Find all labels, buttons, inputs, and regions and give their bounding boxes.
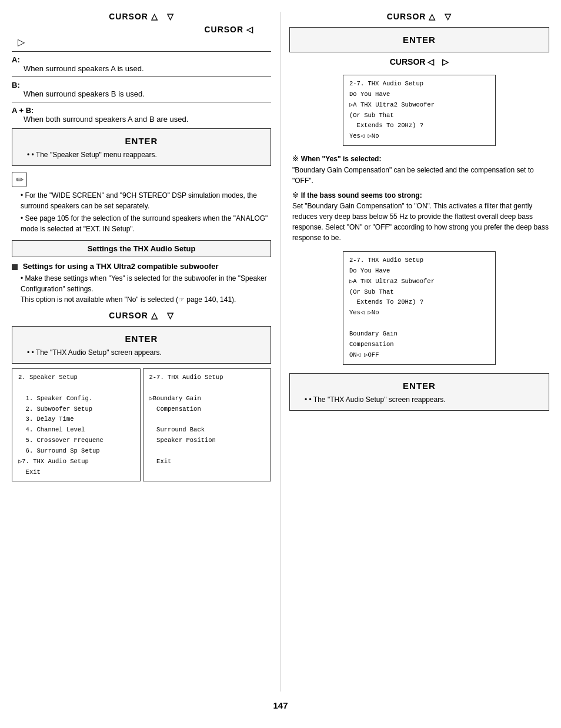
square-bullet-icon: [12, 264, 18, 270]
r-screen2-l8: Boundary Gain: [349, 329, 489, 340]
screen1-line-10: Exit: [18, 467, 134, 478]
screen-speaker-setup: 2. Speaker Setup 1. Speaker Config. 2. S…: [12, 368, 141, 481]
screen-right-2: 2-7. THX Audio Setup Do You Have ▷A THX …: [343, 251, 496, 364]
screen2-line-9: Exit: [149, 457, 265, 467]
enter-right-top: ENTER: [296, 35, 543, 45]
screen1-line-7: 5. Crossover Frequenc: [18, 436, 134, 446]
note-bullet-2: See page 105 for the selection of the su…: [21, 213, 271, 234]
screen-right-1-container: 2-7. THX Audio Setup Do You Have ▷A THX …: [289, 71, 549, 149]
divider-ab: [12, 102, 271, 102]
cursor-bottom-label: CURSOR △ ▽: [12, 311, 271, 321]
settings-thx-title: Settings the THX Audio Setup: [18, 244, 265, 253]
screen2-line-1: 2-7. THX Audio Setup: [149, 373, 265, 383]
enter-right-bottom-note: • The "THX Audio Setup" screen reappears…: [305, 394, 543, 405]
r-screen2-l10: ON◁ ▷OFF: [349, 350, 489, 361]
cursor-top-right: CURSOR △ ▽: [289, 12, 549, 22]
page-number: 147: [12, 700, 549, 716]
r-screen1-l3: ▷A THX Ultra2 Subwoofer: [349, 100, 489, 111]
note-block: ✏ For the "WIDE SCREEN" and "9CH STEREO"…: [12, 172, 271, 234]
enter-top-label: ENTER: [18, 136, 265, 146]
when-yes-item: When "Yes" is selected: "Boundary Gain C…: [292, 153, 549, 186]
screen1-line-4: 2. Subwoofer Setup: [18, 404, 134, 415]
r-screen2-l1: 2-7. THX Audio Setup: [349, 255, 489, 266]
cursor-bottom-left: CURSOR △ ▽: [12, 311, 271, 321]
screen-right-1: 2-7. THX Audio Setup Do You Have ▷A THX …: [343, 75, 496, 146]
when-yes-header: When "Yes" is selected:: [301, 155, 382, 163]
when-yes-text: "Boundary Gain Compensation" can be sele…: [292, 166, 534, 185]
screen1-line-6: 4. Channel Level: [18, 425, 134, 436]
screen2-line-3: ▷Boundary Gain: [149, 394, 265, 404]
r-screen1-l4: (Or Sub That: [349, 111, 489, 121]
r-screen2-l5: Extends To 20Hz) ?: [349, 297, 489, 308]
settings-thx-box: Settings the THX Audio Setup: [12, 240, 271, 257]
enter-bottom-note: • The "THX Audio Setup" screen appears.: [27, 347, 265, 358]
r-screen1-l1: 2-7. THX Audio Setup: [349, 79, 489, 89]
cursor-left-label: CURSOR ◁: [12, 25, 271, 34]
r-screen1-l6: Yes◁ ▷No: [349, 131, 489, 142]
note-bullet-1: For the "WIDE SCREEN" and "9CH STEREO" D…: [21, 190, 271, 211]
screen2-line-4: Compensation: [149, 404, 265, 415]
screen1-line-2: [18, 383, 134, 394]
section-b-label: B:: [12, 81, 20, 89]
enter-box-right-top: ENTER: [289, 27, 549, 52]
section-b-text: When surround speakers B is used.: [24, 89, 145, 98]
if-bass-item: If the bass sound seems too strong: Set …: [292, 190, 549, 244]
enter-right-bottom: ENTER: [296, 381, 543, 391]
enter-top-note: • The "Speaker Setup" menu reappears.: [27, 149, 265, 160]
right-column: CURSOR △ ▽ ENTER CURSOR ◁ ▷ 2-7. THX Aud…: [280, 12, 549, 692]
r-screen2-l2: Do You Have: [349, 266, 489, 277]
section-ab-text: When both surround speakers A and B are …: [24, 115, 188, 124]
divider-b: [12, 77, 271, 77]
screen2-line-2: [149, 383, 265, 394]
screen2-line-6: Surround Back: [149, 425, 265, 436]
r-screen1-l5: Extends To 20Hz) ?: [349, 121, 489, 131]
subsection-title: Settings for using a THX Ultra2 compatib…: [23, 262, 219, 271]
subsection-header: Settings for using a THX Ultra2 compatib…: [12, 262, 271, 271]
enter-box-top: ENTER • The "Speaker Setup" menu reappea…: [12, 128, 271, 166]
screen1-line-9: ▷7. THX Audio Setup: [18, 457, 134, 467]
section-a: A: When surround speakers A is used.: [12, 55, 271, 73]
pencil-icon: ✏: [12, 172, 27, 187]
r-screen2-l4: (Or Sub That: [349, 287, 489, 298]
subsection-bullet: Make these settings when "Yes" is select…: [21, 273, 271, 305]
screen-right-2-container: 2-7. THX Audio Setup Do You Have ▷A THX …: [289, 248, 549, 368]
cursor-lr-label: CURSOR ◁ ▷: [289, 57, 549, 68]
screen1-line-3: 1. Speaker Config.: [18, 394, 134, 404]
r-screen2-l7: [349, 318, 489, 329]
section-ab: A + B: When both surround speakers A and…: [12, 106, 271, 124]
columns: CURSOR △ ▽ CURSOR ◁ ▷ A: When surround s…: [12, 12, 549, 692]
if-bass-header: If the bass sound seems too strong:: [301, 191, 422, 200]
section-a-label: A:: [12, 55, 20, 64]
screen1-line-5: 3. Delay Time: [18, 414, 134, 425]
screen1-line-1: 2. Speaker Setup: [18, 373, 134, 383]
screen2-line-7: Speaker Position: [149, 436, 265, 446]
left-column: CURSOR △ ▽ CURSOR ◁ ▷ A: When surround s…: [12, 12, 280, 692]
screen2-line-5: [149, 414, 265, 425]
r-screen2-l3: ▷A THX Ultra2 Subwoofer: [349, 277, 489, 287]
screen-thx-setup: 2-7. THX Audio Setup ▷Boundary Gain Comp…: [143, 368, 272, 481]
r-screen1-l2: Do You Have: [349, 89, 489, 100]
inline-screens: 2. Speaker Setup 1. Speaker Config. 2. S…: [12, 368, 271, 481]
enter-box-bottom: ENTER • The "THX Audio Setup" screen app…: [12, 326, 271, 364]
r-screen2-l6: Yes◁ ▷No: [349, 308, 489, 318]
section-ab-label: A + B:: [12, 106, 34, 115]
r-screen2-l9: Compensation: [349, 340, 489, 350]
cursor-top-left: CURSOR △ ▽: [12, 12, 271, 22]
right-arrow-top: ▷: [18, 36, 271, 48]
enter-bottom-label: ENTER: [18, 334, 265, 344]
screen1-line-8: 6. Surround Sp Setup: [18, 446, 134, 457]
section-a-text: When surround speakers A is used.: [24, 64, 144, 73]
section-b: B: When surround speakers B is used.: [12, 81, 271, 98]
screen2-line-8: [149, 446, 265, 457]
page: CURSOR △ ▽ CURSOR ◁ ▷ A: When surround s…: [0, 0, 561, 728]
divider-a: [12, 51, 271, 52]
enter-box-right-bottom: ENTER • The "THX Audio Setup" screen rea…: [289, 373, 549, 411]
if-bass-text: Set "Boundary Gain Compensation" to "ON"…: [292, 202, 549, 242]
